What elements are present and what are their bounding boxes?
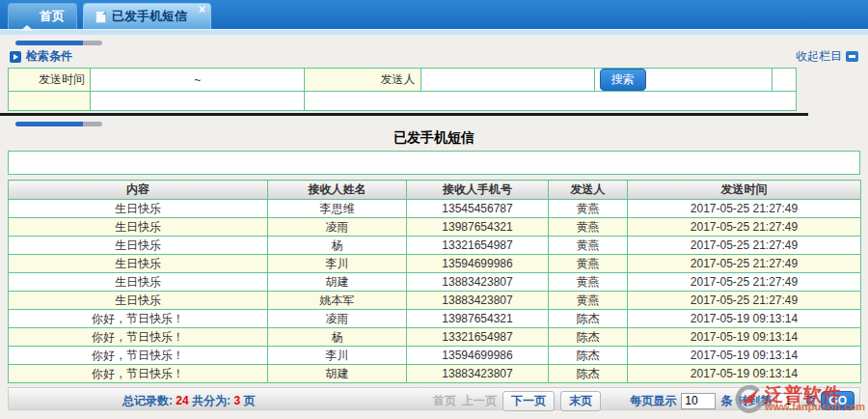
- page-count: 3: [233, 394, 240, 407]
- table-row: 你好，节日快乐！胡建13883423807陈杰2017-05-19 09:13:…: [9, 365, 861, 383]
- prev-page-button[interactable]: 上一页: [462, 393, 497, 409]
- table-cell: 2017-05-19 09:13:14: [628, 365, 861, 383]
- table-cell: 13987654321: [407, 310, 549, 328]
- collapse-columns-button[interactable]: 收起栏目: [796, 48, 858, 65]
- collapse-icon: [846, 51, 858, 62]
- form-empty-cell: [91, 92, 305, 111]
- table-cell: 姚本军: [268, 292, 407, 310]
- table-cell: 2017-05-19 09:13:14: [628, 310, 861, 328]
- results-toolbar-box: [8, 151, 860, 175]
- send-time-label: 发送时间: [9, 69, 91, 92]
- table-cell: 2017-05-19 09:13:14: [628, 347, 861, 365]
- table-cell: 你好，节日快乐！: [9, 328, 268, 347]
- progress-divider-top: [15, 41, 102, 45]
- table-cell: 黄燕: [549, 237, 628, 255]
- table-cell: 生日快乐: [9, 255, 268, 273]
- table-cell: 2017-05-19 09:13:14: [628, 328, 861, 347]
- section-divider: [0, 113, 808, 116]
- table-cell: 13883423807: [407, 365, 549, 383]
- form-spacer-cell: [772, 69, 796, 92]
- table-cell: 2017-05-25 21:27:49: [628, 218, 861, 237]
- table-cell: 2017-05-25 21:27:49: [628, 255, 861, 273]
- table-cell: 13594699986: [407, 255, 549, 273]
- col-header-sender: 发送人: [549, 181, 628, 200]
- table-cell: 生日快乐: [9, 200, 268, 218]
- table-row: 生日快乐凌雨13987654321黄燕2017-05-25 21:27:49: [9, 218, 861, 237]
- col-header-recipient-name: 接收人姓名: [268, 181, 407, 200]
- goto-page-input[interactable]: [776, 393, 800, 409]
- col-header-content: 内容: [9, 181, 268, 200]
- sent-sms-table: 内容 接收人姓名 接收人手机号 发送人 发送时间 生日快乐李思维13545456…: [8, 180, 861, 383]
- table-cell: 生日快乐: [9, 218, 268, 237]
- col-header-recipient-phone: 接收人手机号: [407, 181, 549, 200]
- table-cell: 杨: [268, 237, 407, 255]
- record-summary: 总记录数: 24 共分为: 3 页: [122, 393, 255, 409]
- table-cell: 生日快乐: [9, 273, 268, 292]
- col-header-send-time: 发送时间: [628, 181, 861, 200]
- tab-sent-sms[interactable]: 已发手机短信 ×: [83, 3, 211, 29]
- table-row: 你好，节日快乐！杨13321654987陈杰2017-05-19 09:13:1…: [9, 328, 861, 347]
- table-cell: 13883423807: [407, 292, 549, 310]
- table-cell: 2017-05-25 21:27:49: [628, 273, 861, 292]
- table-cell: 13883423807: [407, 273, 549, 292]
- table-cell: 你好，节日快乐！: [9, 310, 268, 328]
- table-row: 生日快乐李川13594699986黄燕2017-05-25 21:27:49: [9, 255, 861, 273]
- table-cell: 13594699986: [407, 347, 549, 365]
- last-page-button[interactable]: 末页: [560, 391, 601, 411]
- search-conditions-toggle[interactable]: 检索条件: [10, 48, 72, 65]
- sender-input-field[interactable]: [420, 69, 594, 92]
- table-cell: 黄燕: [549, 292, 628, 310]
- next-page-button[interactable]: 下一页: [502, 391, 555, 411]
- tab-home-label: 首页: [40, 8, 65, 25]
- pagination-bar: 总记录数: 24 共分为: 3 页 首页 上一页 下一页 末页 每页显示 条 转…: [8, 387, 860, 410]
- search-button[interactable]: 搜索: [600, 69, 646, 91]
- per-page-label: 每页显示: [630, 393, 676, 409]
- play-icon: [10, 51, 21, 63]
- table-cell: 胡建: [268, 365, 407, 383]
- table-row: 生日快乐杨13321654987黄燕2017-05-25 21:27:49: [9, 237, 861, 255]
- table-row: 生日快乐姚本军13883423807黄燕2017-05-25 21:27:49: [9, 292, 861, 310]
- table-cell: 13545456787: [407, 200, 549, 218]
- table-cell: 13321654987: [407, 237, 549, 255]
- goto-suffix: 页: [804, 393, 816, 409]
- table-cell: 2017-05-25 21:27:49: [628, 292, 861, 310]
- table-row: 你好，节日快乐！凌雨13987654321陈杰2017-05-19 09:13:…: [9, 310, 861, 328]
- table-row: 生日快乐胡建13883423807黄燕2017-05-25 21:27:49: [9, 273, 861, 292]
- table-cell: 生日快乐: [9, 292, 268, 310]
- search-form: 发送时间 ~ 发送人 搜索: [8, 68, 797, 111]
- table-cell: 凌雨: [268, 218, 407, 237]
- table-cell: 你好，节日快乐！: [9, 365, 268, 383]
- tabbar-bottom-strip: [0, 29, 868, 35]
- sender-label: 发送人: [305, 69, 420, 92]
- table-cell: 黄燕: [549, 200, 628, 218]
- table-cell: 陈杰: [549, 347, 628, 365]
- search-conditions-label: 检索条件: [26, 48, 72, 65]
- table-cell: 李思维: [268, 200, 407, 218]
- table-row: 生日快乐李思维13545456787黄燕2017-05-25 21:27:49: [9, 200, 861, 218]
- collapse-columns-label: 收起栏目: [796, 48, 842, 65]
- tab-home[interactable]: 首页: [8, 3, 77, 29]
- table-cell: 生日快乐: [9, 237, 268, 255]
- send-time-range-field[interactable]: ~: [91, 69, 305, 92]
- table-cell: 2017-05-25 21:27:49: [628, 200, 861, 218]
- table-cell: 陈杰: [549, 310, 628, 328]
- table-cell: 陈杰: [549, 328, 628, 347]
- form-empty-cell-wide: [305, 92, 797, 111]
- table-cell: 胡建: [268, 273, 407, 292]
- table-cell: 陈杰: [549, 365, 628, 383]
- table-cell: 你好，节日快乐！: [9, 347, 268, 365]
- table-cell: 黄燕: [549, 218, 628, 237]
- table-cell: 李川: [268, 255, 407, 273]
- page-title: 已发手机短信: [8, 129, 860, 147]
- first-page-button[interactable]: 首页: [433, 393, 456, 409]
- total-count: 24: [176, 394, 188, 407]
- tab-close-icon[interactable]: ×: [199, 4, 205, 15]
- table-cell: 黄燕: [549, 255, 628, 273]
- table-header-row: 内容 接收人姓名 接收人手机号 发送人 发送时间: [9, 181, 861, 200]
- table-cell: 凌雨: [268, 310, 407, 328]
- tab-sent-sms-label: 已发手机短信: [112, 8, 187, 25]
- table-row: 你好，节日快乐！李川13594699986陈杰2017-05-19 09:13:…: [9, 347, 861, 365]
- per-page-input[interactable]: [681, 393, 716, 409]
- go-button[interactable]: GO: [821, 391, 854, 410]
- table-cell: 13321654987: [407, 328, 549, 347]
